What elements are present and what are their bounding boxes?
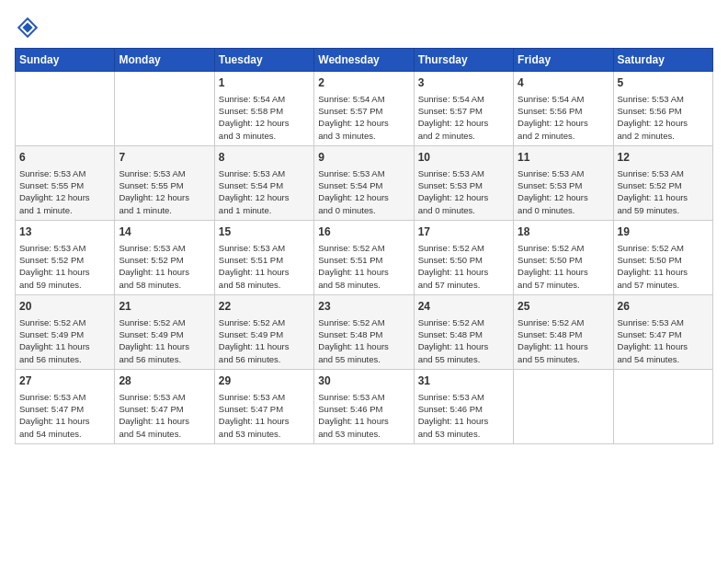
day-number: 3 xyxy=(418,75,509,91)
day-info: Sunrise: 5:52 AM Sunset: 5:51 PM Dayligh… xyxy=(318,242,409,291)
day-number: 14 xyxy=(119,224,210,240)
day-info: Sunrise: 5:54 AM Sunset: 5:58 PM Dayligh… xyxy=(219,93,310,142)
day-cell: 12Sunrise: 5:53 AM Sunset: 5:52 PM Dayli… xyxy=(613,145,712,220)
header-cell-saturday: Saturday xyxy=(613,49,712,72)
day-info: Sunrise: 5:52 AM Sunset: 5:48 PM Dayligh… xyxy=(318,316,409,365)
day-info: Sunrise: 5:53 AM Sunset: 5:53 PM Dayligh… xyxy=(418,167,509,216)
day-info: Sunrise: 5:52 AM Sunset: 5:49 PM Dayligh… xyxy=(219,316,310,365)
header-cell-wednesday: Wednesday xyxy=(314,49,414,72)
day-cell: 22Sunrise: 5:52 AM Sunset: 5:49 PM Dayli… xyxy=(214,294,313,369)
day-info: Sunrise: 5:53 AM Sunset: 5:47 PM Dayligh… xyxy=(19,391,110,440)
day-info: Sunrise: 5:53 AM Sunset: 5:47 PM Dayligh… xyxy=(119,391,210,440)
day-cell xyxy=(16,72,115,146)
day-number: 30 xyxy=(318,373,409,389)
day-info: Sunrise: 5:53 AM Sunset: 5:52 PM Dayligh… xyxy=(119,242,210,291)
day-info: Sunrise: 5:52 AM Sunset: 5:48 PM Dayligh… xyxy=(518,316,609,365)
day-number: 13 xyxy=(19,224,110,240)
day-info: Sunrise: 5:54 AM Sunset: 5:57 PM Dayligh… xyxy=(318,93,409,142)
day-number: 24 xyxy=(418,299,509,315)
day-number: 23 xyxy=(318,299,409,315)
day-info: Sunrise: 5:53 AM Sunset: 5:55 PM Dayligh… xyxy=(119,167,210,216)
header-cell-monday: Monday xyxy=(115,49,214,72)
week-row-3: 13Sunrise: 5:53 AM Sunset: 5:52 PM Dayli… xyxy=(16,220,713,294)
day-info: Sunrise: 5:52 AM Sunset: 5:50 PM Dayligh… xyxy=(518,242,609,291)
page-header xyxy=(15,15,713,40)
week-row-1: 1Sunrise: 5:54 AM Sunset: 5:58 PM Daylig… xyxy=(16,72,713,146)
day-info: Sunrise: 5:53 AM Sunset: 5:53 PM Dayligh… xyxy=(518,167,609,216)
day-number: 27 xyxy=(19,373,110,389)
day-info: Sunrise: 5:52 AM Sunset: 5:50 PM Dayligh… xyxy=(418,242,509,291)
day-number: 25 xyxy=(518,299,609,315)
day-number: 1 xyxy=(219,75,310,91)
day-info: Sunrise: 5:53 AM Sunset: 5:47 PM Dayligh… xyxy=(219,391,310,440)
day-cell: 21Sunrise: 5:52 AM Sunset: 5:49 PM Dayli… xyxy=(115,294,214,369)
logo-icon xyxy=(15,15,40,40)
day-info: Sunrise: 5:54 AM Sunset: 5:56 PM Dayligh… xyxy=(518,93,609,142)
day-number: 28 xyxy=(119,373,210,389)
day-number: 17 xyxy=(418,224,509,240)
day-cell: 6Sunrise: 5:53 AM Sunset: 5:55 PM Daylig… xyxy=(16,145,115,220)
day-number: 21 xyxy=(119,299,210,315)
day-cell xyxy=(613,369,712,443)
day-cell: 30Sunrise: 5:53 AM Sunset: 5:46 PM Dayli… xyxy=(314,369,414,443)
day-cell: 9Sunrise: 5:53 AM Sunset: 5:54 PM Daylig… xyxy=(314,145,414,220)
day-info: Sunrise: 5:53 AM Sunset: 5:52 PM Dayligh… xyxy=(19,242,110,291)
day-number: 4 xyxy=(518,75,609,91)
day-info: Sunrise: 5:53 AM Sunset: 5:47 PM Dayligh… xyxy=(618,316,709,365)
header-cell-sunday: Sunday xyxy=(16,49,115,72)
day-number: 12 xyxy=(618,150,709,166)
day-cell: 17Sunrise: 5:52 AM Sunset: 5:50 PM Dayli… xyxy=(414,220,513,294)
day-number: 11 xyxy=(518,150,609,166)
day-info: Sunrise: 5:53 AM Sunset: 5:51 PM Dayligh… xyxy=(219,242,310,291)
day-number: 31 xyxy=(418,373,509,389)
day-cell: 31Sunrise: 5:53 AM Sunset: 5:46 PM Dayli… xyxy=(414,369,513,443)
day-cell: 8Sunrise: 5:53 AM Sunset: 5:54 PM Daylig… xyxy=(214,145,313,220)
day-number: 18 xyxy=(518,224,609,240)
day-cell: 18Sunrise: 5:52 AM Sunset: 5:50 PM Dayli… xyxy=(514,220,613,294)
day-cell: 26Sunrise: 5:53 AM Sunset: 5:47 PM Dayli… xyxy=(613,294,712,369)
day-cell: 24Sunrise: 5:52 AM Sunset: 5:48 PM Dayli… xyxy=(414,294,513,369)
day-cell: 28Sunrise: 5:53 AM Sunset: 5:47 PM Dayli… xyxy=(115,369,214,443)
day-number: 2 xyxy=(318,75,409,91)
day-cell: 20Sunrise: 5:52 AM Sunset: 5:49 PM Dayli… xyxy=(16,294,115,369)
day-cell: 19Sunrise: 5:52 AM Sunset: 5:50 PM Dayli… xyxy=(613,220,712,294)
header-cell-thursday: Thursday xyxy=(414,49,513,72)
day-number: 9 xyxy=(318,150,409,166)
day-number: 6 xyxy=(19,150,110,166)
day-number: 5 xyxy=(618,75,709,91)
day-number: 22 xyxy=(219,299,310,315)
day-number: 26 xyxy=(618,299,709,315)
day-cell: 4Sunrise: 5:54 AM Sunset: 5:56 PM Daylig… xyxy=(514,72,613,146)
day-cell: 23Sunrise: 5:52 AM Sunset: 5:48 PM Dayli… xyxy=(314,294,414,369)
day-info: Sunrise: 5:52 AM Sunset: 5:49 PM Dayligh… xyxy=(119,316,210,365)
calendar-table: SundayMondayTuesdayWednesdayThursdayFrid… xyxy=(15,48,713,444)
week-row-4: 20Sunrise: 5:52 AM Sunset: 5:49 PM Dayli… xyxy=(16,294,713,369)
day-number: 20 xyxy=(19,299,110,315)
day-number: 29 xyxy=(219,373,310,389)
day-info: Sunrise: 5:53 AM Sunset: 5:55 PM Dayligh… xyxy=(19,167,110,216)
day-cell: 16Sunrise: 5:52 AM Sunset: 5:51 PM Dayli… xyxy=(314,220,414,294)
header-row: SundayMondayTuesdayWednesdayThursdayFrid… xyxy=(16,49,713,72)
day-number: 8 xyxy=(219,150,310,166)
day-cell: 7Sunrise: 5:53 AM Sunset: 5:55 PM Daylig… xyxy=(115,145,214,220)
day-cell: 1Sunrise: 5:54 AM Sunset: 5:58 PM Daylig… xyxy=(214,72,313,146)
week-row-2: 6Sunrise: 5:53 AM Sunset: 5:55 PM Daylig… xyxy=(16,145,713,220)
day-cell: 10Sunrise: 5:53 AM Sunset: 5:53 PM Dayli… xyxy=(414,145,513,220)
day-number: 10 xyxy=(418,150,509,166)
day-info: Sunrise: 5:53 AM Sunset: 5:54 PM Dayligh… xyxy=(219,167,310,216)
logo xyxy=(15,15,44,40)
day-number: 7 xyxy=(119,150,210,166)
day-info: Sunrise: 5:53 AM Sunset: 5:46 PM Dayligh… xyxy=(318,391,409,440)
day-cell xyxy=(514,369,613,443)
day-cell: 3Sunrise: 5:54 AM Sunset: 5:57 PM Daylig… xyxy=(414,72,513,146)
day-cell: 25Sunrise: 5:52 AM Sunset: 5:48 PM Dayli… xyxy=(514,294,613,369)
day-info: Sunrise: 5:52 AM Sunset: 5:50 PM Dayligh… xyxy=(618,242,709,291)
header-cell-tuesday: Tuesday xyxy=(214,49,313,72)
day-cell: 11Sunrise: 5:53 AM Sunset: 5:53 PM Dayli… xyxy=(514,145,613,220)
day-info: Sunrise: 5:53 AM Sunset: 5:54 PM Dayligh… xyxy=(318,167,409,216)
day-info: Sunrise: 5:53 AM Sunset: 5:52 PM Dayligh… xyxy=(618,167,709,216)
day-number: 19 xyxy=(618,224,709,240)
day-cell: 15Sunrise: 5:53 AM Sunset: 5:51 PM Dayli… xyxy=(214,220,313,294)
day-number: 15 xyxy=(219,224,310,240)
day-info: Sunrise: 5:53 AM Sunset: 5:56 PM Dayligh… xyxy=(618,93,709,142)
